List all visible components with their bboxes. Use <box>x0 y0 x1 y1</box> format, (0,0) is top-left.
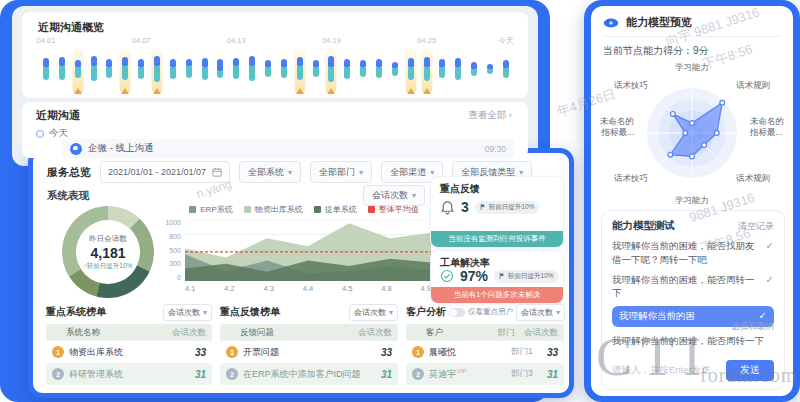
table-sort-dropdown[interactable]: 会话次数▾ <box>349 304 398 321</box>
system-filter-dropdown[interactable]: 全部系统▾ <box>239 161 301 183</box>
timeline-day[interactable] <box>133 48 149 94</box>
clear-records-link[interactable]: 清空记录 <box>738 220 774 233</box>
capsule-teal-segment <box>392 68 398 76</box>
chat-input-row: 请输入，并按Enter发送 发送 <box>612 359 774 381</box>
rank-badge: 1 <box>412 346 424 358</box>
y-tick-label: 300 <box>169 260 181 267</box>
chat-input[interactable]: 请输入，并按Enter发送 <box>612 364 726 377</box>
capsule-blue-segment <box>122 57 128 66</box>
timeline-day[interactable] <box>308 48 324 94</box>
capsule-teal-segment <box>455 67 461 80</box>
table-sort-dropdown[interactable]: 会话次数▾ <box>163 304 212 321</box>
timeline-capsule <box>75 60 81 78</box>
timeline-capsule <box>138 59 144 79</box>
radar-axis-label: 未命名的指标最... <box>594 116 634 137</box>
view-all-link[interactable]: 查看全部 › <box>468 109 512 122</box>
capsule-blue-segment <box>43 58 49 67</box>
timeline-day[interactable] <box>482 48 498 94</box>
capsule-teal-segment <box>75 67 81 78</box>
table-sort-label: 会话次数 <box>521 307 553 318</box>
area-chart <box>185 219 431 281</box>
table-row[interactable]: 2科研管理系统31 <box>46 363 212 385</box>
cell-name: 开票问题 <box>243 346 381 359</box>
timeline-day[interactable] <box>86 48 102 94</box>
timeline-day[interactable] <box>38 48 54 94</box>
timeline-day[interactable] <box>165 48 181 94</box>
table-header-row: 反馈问题会话次数 <box>220 324 398 341</box>
capsule-blue-segment <box>376 59 382 67</box>
table-row[interactable]: 1晨曦悦部门133 <box>406 341 564 363</box>
date-range-picker[interactable]: 2021/01/01 - 2021/01/07 <box>100 161 230 183</box>
session-label: 企微 - 线上沟通 <box>88 142 479 155</box>
capsule-blue-segment <box>138 59 144 67</box>
table-title-row: 客户分析仅看重点用户会话次数▾ <box>406 302 564 322</box>
timeline-day[interactable] <box>434 48 450 94</box>
timeline-capsule <box>392 62 398 76</box>
timeline-day[interactable] <box>339 48 355 94</box>
table-sort-dropdown[interactable]: 会话次数▾ <box>516 304 565 321</box>
timeline-day[interactable] <box>387 48 403 94</box>
radar-axis-label: 学习能力 <box>592 62 792 73</box>
timeline-day[interactable] <box>323 48 339 94</box>
timeline-day[interactable] <box>181 48 197 94</box>
timeline-day[interactable] <box>498 48 514 94</box>
rank-badge: 2 <box>52 368 64 380</box>
timeline-day[interactable] <box>276 48 292 94</box>
legend-item: 整体平均值 <box>368 203 419 215</box>
chat-message[interactable]: 我理解你当前的困难，能否找朋友借一下呢？周转一下吧✓ <box>612 239 774 267</box>
timeline-day[interactable] <box>371 48 387 94</box>
table-row[interactable]: 2在ERP系统中添加客户ID问题31 <box>220 363 398 385</box>
capsule-teal-segment <box>59 66 65 80</box>
timeline-capsule <box>408 58 414 80</box>
x-tick-label: 4.4 <box>303 284 313 293</box>
key-user-toggle[interactable] <box>449 308 465 317</box>
capsule-blue-segment <box>281 59 287 67</box>
check-icon: ✓ <box>766 273 774 288</box>
timeline-day[interactable] <box>101 48 117 94</box>
timeline-day[interactable] <box>244 48 260 94</box>
service-overview-title: 服务总览 <box>47 165 91 180</box>
chat-message-text: 我理解你当前的困难，能否周转一下 <box>612 273 760 301</box>
no-complaint-banner: 当前没有监测到任何投诉事件 <box>431 231 563 247</box>
send-button[interactable]: 发送 <box>726 360 774 381</box>
eye-icon <box>603 18 619 28</box>
timeline-day[interactable] <box>355 48 371 94</box>
timeline-day[interactable] <box>403 48 419 94</box>
capability-title: 能力模型预览 <box>626 15 692 30</box>
recent-card-title: 近期沟通 <box>36 108 80 123</box>
table-title: 客户分析 <box>406 305 446 319</box>
donut-center-label: 昨日会话数 <box>89 234 127 244</box>
timeline-day[interactable] <box>117 48 133 94</box>
department-filter-dropdown[interactable]: 全部部门▾ <box>310 161 372 183</box>
unresolved-banner: 当前有1个问题多次未解决 <box>431 287 563 303</box>
timeline-day[interactable] <box>54 48 70 94</box>
timeline-day[interactable] <box>419 48 435 94</box>
column-header: 客户 <box>412 327 488 339</box>
table-row[interactable]: 2莫迪宇VIP部门331 <box>406 363 564 385</box>
wechat-work-icon <box>70 143 82 155</box>
timeline-day[interactable] <box>197 48 213 94</box>
session-row[interactable]: 企微 - 线上沟通 09:30 <box>62 139 514 158</box>
radar-vertex <box>702 143 707 148</box>
timeline-day[interactable] <box>292 48 308 94</box>
table-row[interactable]: 1开票问题33 <box>220 341 398 363</box>
chat-message[interactable]: 我理解你当前的困难，能否周转一下✓ <box>612 273 774 301</box>
timeline-day[interactable] <box>260 48 276 94</box>
capsule-blue-segment <box>487 64 493 69</box>
capsule-teal-segment <box>360 67 366 77</box>
table-row[interactable]: 1物资出库系统33 <box>46 341 212 363</box>
timeline-day[interactable] <box>466 48 482 94</box>
timeline-day[interactable] <box>450 48 466 94</box>
timeline-day[interactable] <box>149 48 165 94</box>
capability-test-card: 能力模型测试 清空记录 我理解你当前的困难，能否找朋友借一下呢？周转一下吧✓我理… <box>601 210 785 390</box>
timeline-day[interactable] <box>70 48 86 94</box>
timeline-day[interactable] <box>212 48 228 94</box>
legend-label: 提单系统 <box>325 204 357 215</box>
cell-value: 31 <box>195 369 206 380</box>
timeline-day[interactable] <box>228 48 244 94</box>
capsule-blue-segment <box>344 59 350 67</box>
capsule-teal-segment <box>249 66 255 81</box>
capsule-teal-segment <box>122 66 128 80</box>
radar-axis-label: 话术规则 <box>736 80 770 91</box>
warning-triangle-icon <box>423 88 431 94</box>
